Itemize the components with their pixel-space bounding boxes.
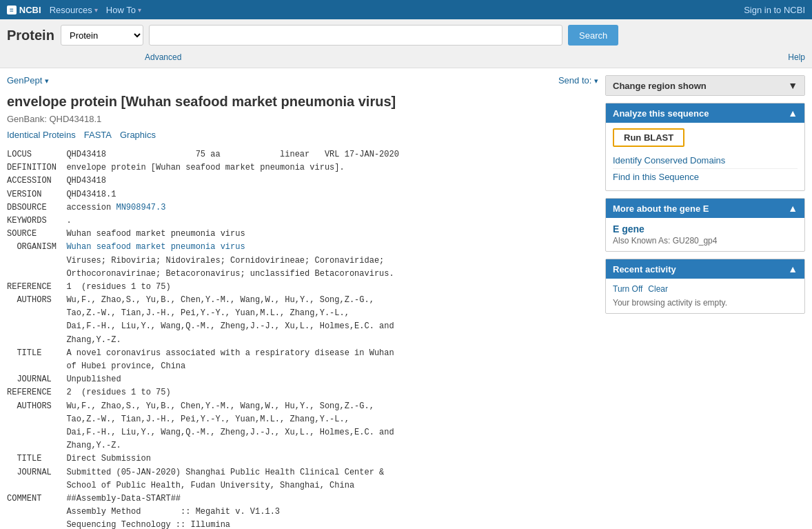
identify-domains-link[interactable]: Identify Conserved Domains: [613, 152, 798, 169]
howto-menu[interactable]: How To ▾: [106, 5, 141, 15]
ref2-line: REFERENCE 2 (residues 1 to 75): [7, 388, 171, 397]
ref1-line: REFERENCE 1 (residues 1 to 75): [7, 282, 171, 292]
analyze-title: Analyze this sequence: [613, 108, 709, 119]
organism-link[interactable]: Wuhan seafood market pneumonia virus: [66, 242, 245, 252]
ncbi-logo-text: NCBI: [19, 5, 41, 15]
ref2-journal-label: JOURNAL Submitted (05-JAN-2020) Shanghai…: [7, 468, 384, 490]
analyze-chevron-icon: ▲: [788, 108, 798, 119]
right-panel: Change region shown ▼ Analyze this seque…: [605, 75, 805, 529]
gene-section: More about the gene E ▲ E gene Also Know…: [605, 198, 805, 252]
analyze-body: Run BLAST Identify Conserved Domains Fin…: [606, 123, 804, 190]
accession-line: ACCESSION QHD43418: [7, 176, 106, 186]
genpept-link[interactable]: GenPept ▾: [7, 75, 49, 86]
main-container: GenPept ▾ Send to: ▾ envelope protein [W…: [0, 68, 812, 529]
gene-name[interactable]: E gene: [613, 223, 798, 234]
run-blast-button[interactable]: Run BLAST: [613, 128, 684, 147]
organism-line: ORGANISM Wuhan seafood market pneumonia …: [7, 242, 394, 278]
analyze-section: Analyze this sequence ▲ Run BLAST Identi…: [605, 103, 805, 191]
clear-link[interactable]: Clear: [648, 284, 668, 294]
activity-section: Recent activity ▲ Turn Off Clear Your br…: [605, 259, 805, 314]
genpept-label: GenPept: [7, 75, 42, 86]
identical-proteins-link[interactable]: Identical Proteins: [7, 130, 76, 140]
help-link[interactable]: Help: [788, 52, 805, 62]
breadcrumb-bar: GenPept ▾ Send to: ▾: [7, 75, 598, 86]
activity-header[interactable]: Recent activity ▲: [606, 259, 804, 279]
graphics-link[interactable]: Graphics: [120, 130, 156, 140]
ref1-authors-label: AUTHORS Wu,F., Zhao,S., Yu,B., Chen,Y.-M…: [7, 295, 394, 345]
change-region-section: Change region shown ▼: [605, 75, 805, 96]
send-to-label: Send to:: [558, 75, 591, 86]
ncbi-logo[interactable]: ≡ NCBI: [7, 5, 41, 15]
resources-label: Resources: [50, 5, 92, 15]
dbsource-line: DBSOURCE accession MN908947.3: [7, 203, 165, 212]
gene-chevron-icon: ▲: [788, 203, 798, 214]
comment-label: COMMENT ##Assembly-Data-START## Assembly…: [7, 494, 280, 529]
definition-line: DEFINITION envelope protein [Wuhan seafo…: [7, 163, 345, 172]
topbar-left: ≡ NCBI Resources ▾ How To ▾: [7, 5, 141, 15]
locus-line: LOCUS QHD43418 75 aa linear VRL 17-JAN-2…: [7, 150, 399, 159]
find-sequence-link[interactable]: Find in this Sequence: [613, 169, 798, 185]
genpept-chevron-icon: ▾: [45, 77, 49, 85]
turn-off-link[interactable]: Turn Off: [613, 284, 642, 294]
gene-body: E gene Also Known As: GU280_gp4: [606, 218, 804, 251]
genbank-id: GenBank: QHD43418.1: [7, 114, 598, 124]
dbsource-link[interactable]: MN908947.3: [116, 203, 165, 212]
change-region-title: Change region shown: [613, 81, 707, 91]
topbar-right: Sign in to NCBI: [744, 5, 805, 15]
resources-menu[interactable]: Resources ▾: [50, 5, 98, 15]
ref2-title: Direct Submission: [66, 454, 150, 463]
left-panel: GenPept ▾ Send to: ▾ envelope protein [W…: [7, 75, 598, 529]
howto-label: How To: [106, 5, 136, 15]
database-select[interactable]: Protein Gene Nucleotide PubMed: [61, 25, 143, 46]
ref2-authors: Wu,F., Zhao,S., Yu,B., Chen,Y.-M., Wang,…: [7, 401, 394, 451]
source-line: SOURCE Wuhan seafood market pneumonia vi…: [7, 229, 245, 239]
activity-body: Turn Off Clear Your browsing activity is…: [606, 279, 804, 313]
sub-links: Identical Proteins FASTA Graphics: [7, 130, 598, 140]
ncbi-logo-icon: ≡: [7, 6, 17, 14]
send-to-button[interactable]: Send to: ▾: [558, 75, 598, 86]
search-button[interactable]: Search: [568, 25, 618, 46]
analyze-header[interactable]: Analyze this sequence ▲: [606, 103, 804, 123]
search-sub: Advanced Help: [7, 51, 805, 62]
search-bar: Protein Protein Gene Nucleotide PubMed S…: [0, 19, 812, 68]
ref2-authors-label: AUTHORS Wu,F., Zhao,S., Yu,B., Chen,Y.-M…: [7, 401, 394, 451]
comment-text: ##Assembly-Data-START## Assembly Method …: [7, 494, 280, 529]
signin-link[interactable]: Sign in to NCBI: [744, 5, 805, 15]
howto-chevron-icon: ▾: [138, 6, 141, 14]
topbar: ≡ NCBI Resources ▾ How To ▾ Sign in to N…: [0, 0, 812, 19]
change-region-header[interactable]: Change region shown ▼: [606, 76, 804, 95]
resources-chevron-icon: ▾: [94, 6, 98, 14]
activity-title: Recent activity: [613, 264, 676, 275]
ref1-journal: Unpublished: [66, 375, 121, 384]
change-region-chevron-icon: ▼: [788, 80, 798, 91]
search-input[interactable]: [149, 25, 562, 46]
gene-header-title: More about the gene E: [613, 203, 709, 214]
activity-chevron-icon: ▲: [788, 263, 798, 275]
ref2-journal: Submitted (05-JAN-2020) Shanghai Public …: [7, 468, 384, 490]
gene-aka: Also Known As: GU280_gp4: [613, 236, 798, 246]
activity-empty-text: Your browsing activity is empty.: [613, 298, 798, 308]
protein-label: Protein: [7, 28, 55, 43]
gene-header[interactable]: More about the gene E ▲: [606, 199, 804, 218]
record-title: envelope protein [Wuhan seafood market p…: [7, 92, 598, 110]
ref1-authors: Wu,F., Zhao,S., Yu,B., Chen,Y.-M., Wang,…: [7, 295, 394, 345]
organism-lineage: Viruses; Riboviria; Nidovirales; Cornido…: [7, 256, 394, 279]
ref1-journal-label: JOURNAL Unpublished: [7, 375, 121, 384]
ref1-title: A novel coronavirus associated with a re…: [7, 348, 394, 371]
version-line: VERSION QHD43418.1: [7, 190, 116, 199]
send-to-chevron-icon: ▾: [594, 77, 598, 85]
advanced-link[interactable]: Advanced: [145, 52, 181, 62]
keywords-line: KEYWORDS .: [7, 216, 72, 226]
fasta-link[interactable]: FASTA: [84, 130, 112, 140]
sequence-record: LOCUS QHD43418 75 aa linear VRL 17-JAN-2…: [7, 148, 598, 529]
activity-controls: Turn Off Clear: [613, 284, 798, 294]
ref2-title-label: TITLE Direct Submission: [7, 454, 151, 463]
ref1-title-label: TITLE A novel coronavirus associated wit…: [7, 348, 394, 371]
